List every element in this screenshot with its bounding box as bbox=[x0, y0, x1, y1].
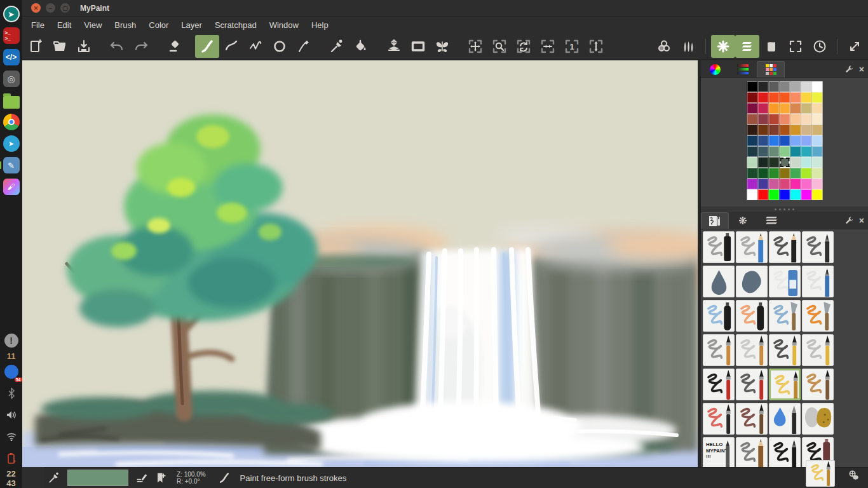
bookmark-add-icon[interactable] bbox=[151, 471, 170, 484]
brush-watercolor-red[interactable] bbox=[703, 403, 735, 435]
zoom-view-button[interactable] bbox=[487, 35, 512, 58]
move-layer-tool-button[interactable] bbox=[382, 35, 406, 58]
fit-view-button[interactable] bbox=[584, 35, 608, 58]
menu-window[interactable]: Window bbox=[263, 18, 305, 32]
brush-airbrush-blue[interactable] bbox=[703, 300, 735, 332]
palette-swatch[interactable] bbox=[779, 81, 790, 92]
brush-knife-orange[interactable] bbox=[802, 300, 834, 332]
palette-swatch[interactable] bbox=[811, 81, 822, 92]
dock-terminal[interactable]: >_>_ bbox=[3, 27, 20, 44]
dock-telegram[interactable]: ➤ bbox=[3, 135, 20, 152]
menu-scratchpad[interactable]: Scratchpad bbox=[208, 18, 263, 32]
canvas[interactable] bbox=[22, 60, 698, 467]
palette-swatch[interactable] bbox=[790, 168, 801, 179]
scratchpad-window-button[interactable] bbox=[759, 35, 783, 58]
brush-ink-black[interactable] bbox=[703, 369, 735, 400]
palette-swatch[interactable] bbox=[779, 168, 790, 179]
palette-swatch[interactable] bbox=[747, 92, 757, 103]
menu-layer[interactable]: Layer bbox=[175, 18, 208, 32]
palette-swatch[interactable] bbox=[801, 125, 811, 135]
color-sliders-tab[interactable] bbox=[729, 61, 757, 78]
dock-updates[interactable]: ! bbox=[3, 332, 20, 349]
palette-swatch[interactable] bbox=[768, 92, 779, 103]
palette-swatch[interactable] bbox=[801, 92, 811, 103]
close-panel-icon[interactable]: × bbox=[859, 64, 864, 74]
brush-pencil-2b[interactable] bbox=[736, 231, 768, 263]
brush-wash-yellow[interactable] bbox=[769, 369, 801, 400]
brush-sketch-dark[interactable] bbox=[769, 334, 801, 366]
zoom-100-button[interactable]: 1 bbox=[560, 35, 584, 58]
wifi-indicator[interactable] bbox=[3, 428, 20, 445]
palette-swatch[interactable] bbox=[757, 189, 768, 200]
menu-help[interactable]: Help bbox=[305, 18, 335, 32]
palette-swatch[interactable] bbox=[779, 114, 790, 125]
brush-groups-tab[interactable] bbox=[757, 212, 785, 229]
palette-swatch[interactable] bbox=[790, 125, 801, 135]
palette-swatch[interactable] bbox=[811, 189, 822, 200]
dock-file-manager[interactable] bbox=[3, 92, 20, 109]
palette-swatch[interactable] bbox=[757, 125, 768, 135]
expand-window-button[interactable] bbox=[843, 35, 867, 58]
brush-airbrush-orange[interactable] bbox=[736, 300, 768, 332]
palette-swatch[interactable] bbox=[757, 157, 768, 168]
palette-swatch[interactable] bbox=[768, 135, 779, 146]
palette-swatch[interactable] bbox=[747, 157, 757, 168]
brush-sketch-light[interactable] bbox=[802, 334, 834, 366]
palette-swatch[interactable] bbox=[790, 103, 801, 114]
brush-settings-tab[interactable] bbox=[729, 212, 757, 229]
symmetry-tool-button[interactable] bbox=[430, 35, 454, 58]
palette-swatch[interactable] bbox=[747, 168, 757, 179]
palette-swatch[interactable] bbox=[747, 189, 757, 200]
brush-smudge-ochre[interactable] bbox=[802, 369, 834, 400]
palette-tab[interactable] bbox=[757, 61, 785, 78]
palette-swatch[interactable] bbox=[811, 135, 822, 146]
palette-swatch[interactable] bbox=[811, 146, 822, 157]
bluetooth-indicator[interactable] bbox=[3, 384, 20, 402]
palette-swatch[interactable] bbox=[801, 103, 811, 114]
palette-swatch[interactable] bbox=[790, 135, 801, 146]
palette-swatch[interactable] bbox=[768, 179, 779, 189]
connected-lines-tool-button[interactable] bbox=[243, 35, 268, 58]
palette-swatch[interactable] bbox=[779, 135, 790, 146]
freehand-tool-button[interactable] bbox=[195, 35, 219, 58]
brush-fountain-pen[interactable] bbox=[769, 437, 801, 467]
new-file-button[interactable] bbox=[24, 35, 48, 58]
color-wheel-tab[interactable] bbox=[701, 61, 729, 78]
palette-swatch[interactable] bbox=[811, 125, 822, 135]
save-file-button[interactable] bbox=[72, 35, 96, 58]
dock-app-launcher[interactable]: ➤ bbox=[3, 5, 20, 23]
palette-swatch[interactable] bbox=[757, 168, 768, 179]
brush-hello-mypaint[interactable]: HELLOMYPAINT!!! bbox=[703, 437, 735, 467]
palette-swatch[interactable] bbox=[757, 103, 768, 114]
tool-options-window-button[interactable] bbox=[711, 35, 735, 58]
palette-swatch[interactable] bbox=[801, 135, 811, 146]
palette-swatch[interactable] bbox=[768, 103, 779, 114]
eraser-button[interactable] bbox=[162, 35, 186, 58]
brush-technical-pen[interactable] bbox=[802, 231, 834, 263]
palette-swatch[interactable] bbox=[768, 168, 779, 179]
palette-swatch[interactable] bbox=[747, 125, 757, 135]
current-color-swatch[interactable] bbox=[67, 470, 128, 486]
dock-paint-app[interactable]: 🖌︎ bbox=[3, 178, 20, 196]
palette-swatch[interactable] bbox=[757, 114, 768, 125]
dock-mypaint-app[interactable]: ✎ bbox=[3, 156, 20, 174]
palette-swatch[interactable] bbox=[747, 146, 757, 157]
edit-brush-icon[interactable] bbox=[132, 471, 151, 484]
palette-swatch[interactable] bbox=[768, 146, 779, 157]
palette-swatch[interactable] bbox=[801, 146, 811, 157]
palette-swatch[interactable] bbox=[801, 157, 811, 168]
brush-pencil-hb[interactable] bbox=[769, 231, 801, 263]
brush-bristle-light[interactable] bbox=[736, 334, 768, 366]
panel-resize-grip[interactable] bbox=[701, 207, 868, 212]
close-button[interactable]: ✕ bbox=[31, 3, 41, 13]
brush-rollerball-pen[interactable] bbox=[802, 266, 834, 297]
palette-swatch[interactable] bbox=[757, 92, 768, 103]
palette-swatch-selected[interactable] bbox=[779, 157, 790, 168]
palette-swatch[interactable] bbox=[779, 189, 790, 200]
palette-swatch[interactable] bbox=[779, 103, 790, 114]
menu-view[interactable]: View bbox=[78, 18, 108, 32]
brush-watercolor-brown[interactable] bbox=[736, 403, 768, 435]
palette-swatch[interactable] bbox=[747, 81, 757, 92]
brush-knife-blue[interactable] bbox=[769, 300, 801, 332]
palette-swatch[interactable] bbox=[757, 179, 768, 189]
